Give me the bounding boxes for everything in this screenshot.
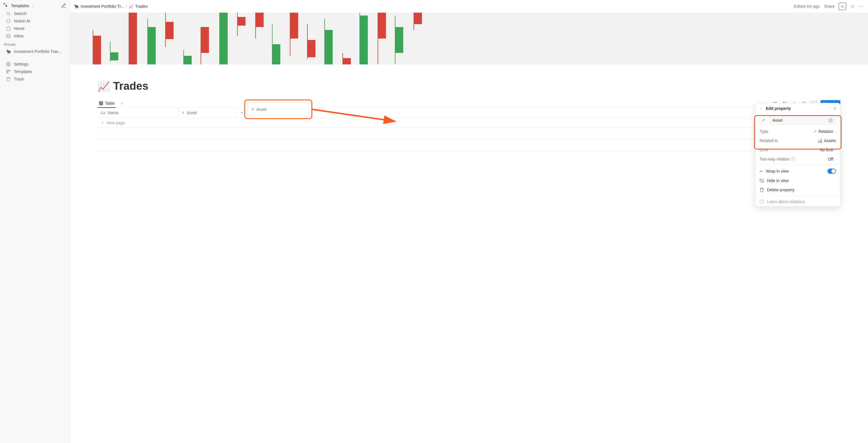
wrap-in-view-row[interactable]: ↩ Wrap in view: [755, 166, 840, 176]
new-page-row[interactable]: ＋ New page: [98, 118, 840, 128]
wrap-label: Wrap in view: [766, 169, 825, 173]
sidebar-ai[interactable]: Notion AI: [2, 18, 68, 25]
delete-property-row[interactable]: Delete property: [755, 185, 840, 194]
add-view-button[interactable]: ＋: [118, 100, 125, 107]
wrap-icon: ↩: [760, 169, 763, 173]
chevron-right-icon: ›: [835, 157, 836, 161]
sidebar-search-label: Search: [14, 11, 27, 16]
notification-dot-icon: [3, 3, 5, 5]
sidebar-trash[interactable]: Trash: [2, 76, 68, 83]
trash-icon: [760, 188, 764, 192]
workspace-switcher[interactable]: A Templates ⌄: [0, 2, 70, 10]
cover-image: [70, 13, 868, 64]
sidebar-trash-label: Trash: [14, 77, 24, 82]
svg-point-2: [8, 64, 9, 65]
main-content: 🐂 Investment Portfolio Tr... / 📈 Trades …: [70, 0, 868, 443]
type-label: Type: [760, 129, 810, 134]
sidebar-inbox-label: Inbox: [14, 34, 24, 38]
property-name-input[interactable]: Asset i: [769, 116, 836, 125]
more-icon[interactable]: ⋯: [859, 3, 864, 9]
sidebar-page-label: Investment Portfolio Trac...: [14, 49, 62, 54]
edit-property-panel: ← Edit property ✕ ↗ Asset i Type ↗Relati…: [755, 103, 840, 207]
column-more-button[interactable]: ⋯: [247, 108, 257, 118]
related-label: Related to: [760, 138, 814, 143]
related-to-row[interactable]: Related to 📊Assets: [755, 136, 840, 145]
breadcrumb-current-label: Trades: [135, 4, 148, 9]
relation-icon: ↗: [181, 110, 184, 115]
svg-rect-6: [99, 101, 103, 105]
tab-table[interactable]: Table: [98, 99, 116, 108]
limit-value: No limit: [820, 148, 834, 152]
relation-icon[interactable]: ↗: [760, 117, 767, 124]
limit-label: Limit: [760, 148, 817, 152]
gear-icon: [6, 62, 11, 66]
svg-point-1: [7, 19, 10, 23]
svg-rect-5: [7, 72, 8, 73]
property-name-row: ↗ Asset i: [755, 114, 840, 127]
topbar: 🐂 Investment Portfolio Tr... / 📈 Trades …: [70, 0, 868, 13]
avatar[interactable]: A: [839, 3, 846, 10]
sidebar-home[interactable]: Home: [2, 25, 68, 32]
view-tabs: Table ＋ ⋯ New ⌄: [98, 99, 840, 108]
breadcrumb-current[interactable]: 📈 Trades: [129, 4, 148, 9]
page-title[interactable]: Trades: [113, 80, 149, 92]
relation-icon: ↗: [813, 129, 817, 134]
add-column-button[interactable]: ＋: [237, 108, 247, 118]
limit-row[interactable]: Limit No limit›: [755, 145, 840, 155]
ai-icon: [6, 19, 11, 23]
delete-label: Delete property: [767, 188, 795, 192]
search-icon: [6, 11, 11, 16]
help-icon: ?: [760, 199, 764, 204]
compose-icon[interactable]: [61, 3, 66, 8]
sidebar-templates[interactable]: Templates: [2, 68, 68, 75]
breadcrumb-parent[interactable]: 🐂 Investment Portfolio Tr...: [74, 4, 124, 9]
column-name[interactable]: Aa Name: [98, 108, 178, 118]
back-button[interactable]: ←: [759, 106, 763, 111]
info-icon[interactable]: i: [828, 118, 833, 123]
svg-rect-3: [7, 70, 8, 71]
database-icon: 📊: [817, 138, 822, 143]
close-button[interactable]: ✕: [833, 106, 837, 111]
text-property-icon: Aa: [100, 110, 105, 115]
learn-relations-row[interactable]: ? Learn about relations: [755, 197, 840, 206]
sidebar-settings[interactable]: Settings: [2, 61, 68, 68]
two-way-row[interactable]: Two-way relation? Off›: [755, 155, 840, 164]
sidebar-ai-label: Notion AI: [14, 19, 30, 23]
property-type-row[interactable]: Type ↗Relation›: [755, 127, 840, 136]
svg-rect-4: [9, 70, 10, 71]
page-icon[interactable]: 📈: [98, 81, 110, 92]
chevron-down-icon: ⌄: [32, 4, 34, 7]
share-button[interactable]: Share: [824, 4, 835, 9]
wrap-toggle[interactable]: [828, 168, 836, 174]
trash-icon: [6, 77, 11, 82]
breadcrumb: 🐂 Investment Portfolio Tr... / 📈 Trades: [74, 4, 148, 9]
home-icon: [6, 26, 11, 31]
sidebar-section-private: Private: [0, 40, 70, 48]
table: Aa Name ↗ Asset ＋ ⋯ ＋ New page: [98, 108, 840, 151]
workspace-name: Templates: [11, 3, 29, 8]
help-icon[interactable]: ?: [791, 157, 796, 161]
column-asset[interactable]: ↗ Asset: [178, 108, 237, 118]
sidebar-templates-label: Templates: [14, 69, 32, 74]
sidebar-search[interactable]: Search: [2, 10, 68, 17]
type-value: Relation: [818, 129, 833, 134]
breadcrumb-parent-label: Investment Portfolio Tr...: [81, 4, 124, 9]
plus-icon: ＋: [100, 120, 104, 125]
inbox-icon: [6, 34, 11, 38]
hide-label: Hide in view: [767, 178, 788, 183]
table-icon: [99, 101, 103, 105]
sidebar-page-investment[interactable]: 🐂 Investment Portfolio Trac...: [2, 48, 68, 55]
column-asset-label: Asset: [187, 110, 197, 115]
sidebar-settings-label: Settings: [14, 62, 29, 66]
column-name-label: Name: [107, 110, 118, 115]
edited-time: Edited 4m ago: [794, 4, 820, 9]
panel-title: Edit property: [766, 106, 830, 111]
tab-table-label: Table: [105, 101, 115, 105]
learn-label: Learn about relations: [767, 199, 805, 204]
sidebar-inbox[interactable]: Inbox: [2, 32, 68, 39]
chevron-right-icon: ›: [835, 130, 836, 133]
breadcrumb-separator: /: [126, 4, 127, 9]
chart-icon: 📈: [129, 4, 133, 9]
hide-in-view-row[interactable]: Hide in view: [755, 176, 840, 185]
star-icon[interactable]: ☆: [850, 3, 855, 9]
